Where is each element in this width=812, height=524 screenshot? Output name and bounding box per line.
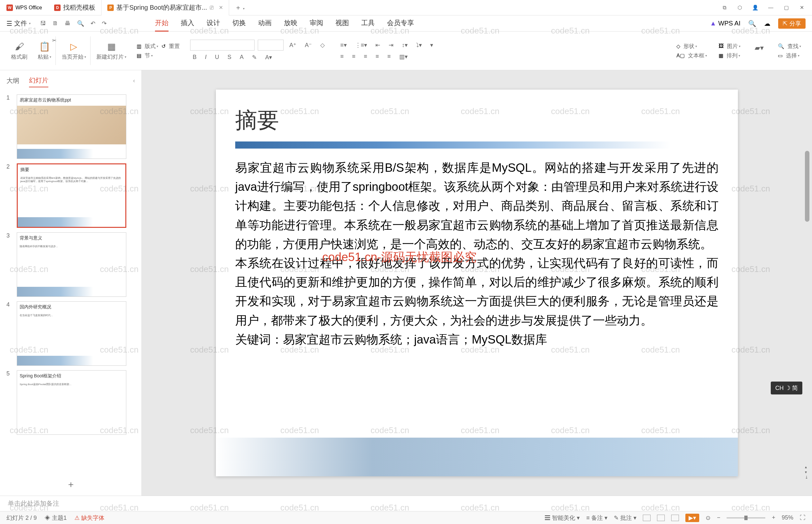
text-direction-icon[interactable]: ⤵▾: [413, 40, 424, 50]
normal-view-icon[interactable]: [643, 515, 650, 521]
paste-group[interactable]: 📋 粘贴 ▾ ✂: [33, 32, 56, 70]
search-icon[interactable]: 🔍: [748, 20, 756, 28]
slides-tab[interactable]: 幻灯片: [29, 74, 48, 87]
bullets-icon[interactable]: ≡▾: [338, 40, 349, 50]
new-icon[interactable]: 🗎: [52, 20, 58, 27]
close-icon[interactable]: ✕: [219, 4, 223, 11]
slide-thumb-5[interactable]: 5 Spring Boot框架介绍 Spring Boot是由Pivotal团队…: [6, 370, 135, 435]
close-window-icon[interactable]: ✕: [798, 4, 806, 12]
add-slide-button[interactable]: ＋: [0, 473, 142, 496]
slide-body[interactable]: 易家宜超市云购物系统采用B/S架构，数据库是MySQL。网站的搭建与开发采用了先…: [235, 158, 718, 349]
image-button[interactable]: 🖼 图片 ▾: [718, 43, 741, 50]
cloud-icon[interactable]: ☁: [764, 20, 770, 28]
slide-thumb-4[interactable]: 4 国内外研究概况 在当前这个飞速发展的时代...: [6, 301, 135, 366]
slide-thumb-3[interactable]: 3 背景与意义 随着网络科学的不断发展与进步...: [6, 232, 135, 297]
undo-icon[interactable]: ↶: [90, 20, 95, 27]
reset-icon[interactable]: ↺: [162, 43, 166, 49]
indent-inc-icon[interactable]: ⇥: [386, 40, 396, 50]
italic-button[interactable]: I: [202, 52, 209, 62]
indent-dec-icon[interactable]: ⇤: [373, 40, 383, 50]
scroll-up-icon[interactable]: ▴: [805, 465, 808, 469]
align-right-icon[interactable]: ≡: [361, 52, 370, 61]
bold-button[interactable]: B: [190, 52, 199, 62]
review-toggle[interactable]: ✎ 批注 ▾: [614, 514, 636, 522]
vertical-scrollbar[interactable]: ▴ ▾ ⤓: [805, 73, 809, 479]
font-effect-button[interactable]: A▾: [263, 52, 275, 62]
avatar-icon[interactable]: 👤: [751, 4, 759, 12]
font-color-button[interactable]: A: [237, 52, 246, 62]
slide-title[interactable]: 摘要: [235, 106, 718, 135]
notes-bar[interactable]: 单击此处添加备注: [0, 496, 812, 511]
wps-ai-button[interactable]: ▲ WPS AI: [710, 20, 741, 27]
play-button[interactable]: ▶▾: [685, 514, 699, 522]
redo-icon[interactable]: ↷: [102, 20, 107, 27]
slide-list[interactable]: 1 易家宜超市云购物系统ppt 2 摘要 易家宜超市云购物系统采用B/S架构，数…: [0, 91, 142, 473]
distribute-icon[interactable]: ≡: [385, 52, 394, 61]
slide-thumb-1[interactable]: 1 易家宜超市云购物系统ppt: [6, 95, 135, 159]
layout-button[interactable]: ▥ 版式 ▾ ↺ 重置: [137, 43, 180, 50]
increase-font-icon[interactable]: A⁺: [287, 40, 299, 50]
outline-tab[interactable]: 大纲: [6, 75, 19, 87]
slide-canvas[interactable]: 摘要 易家宜超市云购物系统采用B/S架构，数据库是MySQL。网站的搭建与开发采…: [216, 89, 738, 476]
select-button[interactable]: ▭ 选择 ▾: [778, 52, 801, 59]
strike-button[interactable]: S: [225, 52, 234, 62]
scroll-thumb[interactable]: [805, 151, 809, 222]
share-button[interactable]: ⇱ 分享: [778, 18, 806, 29]
tab-document[interactable]: P 基于Spring Boot的易家宜超市... ⎚ ✕: [101, 0, 229, 15]
canvas-wrapper[interactable]: 摘要 易家宜超市云购物系统采用B/S架构，数据库是MySQL。网站的搭建与开发采…: [142, 70, 812, 496]
save-icon[interactable]: 🖫: [40, 20, 46, 27]
shape-button[interactable]: ◇ 形状 ▾: [676, 43, 707, 50]
format-brush-group[interactable]: 🖌 格式刷: [6, 32, 32, 70]
fit-icon[interactable]: ⛶: [800, 514, 806, 521]
slide-counter[interactable]: 幻灯片 2 / 9: [6, 514, 37, 522]
add-tab-button[interactable]: ＋ ▾: [229, 3, 251, 12]
slideshow-group[interactable]: ▷ 当页开始 ▾: [57, 32, 90, 70]
tab-start[interactable]: 开始: [155, 15, 168, 32]
align-center-icon[interactable]: ≡: [350, 52, 358, 61]
scroll-down-icon[interactable]: ▾: [805, 470, 808, 474]
tab-slideshow[interactable]: 放映: [284, 15, 297, 32]
zoom-slider[interactable]: [727, 517, 765, 519]
preview-icon[interactable]: 🔍: [77, 20, 84, 27]
maximize-icon[interactable]: ▢: [782, 4, 790, 12]
minimize-icon[interactable]: —: [767, 4, 775, 12]
font-family-select[interactable]: [190, 39, 254, 51]
tab-insert[interactable]: 插入: [181, 15, 194, 32]
print-icon[interactable]: 🖶: [65, 20, 70, 27]
window-multi-icon[interactable]: ⧉: [720, 4, 728, 12]
notes-toggle[interactable]: ≡ 备注 ▾: [586, 514, 608, 522]
theme-button[interactable]: ◈ 主题1: [45, 514, 67, 522]
sorter-view-icon[interactable]: [657, 515, 665, 521]
scroll-end-icon[interactable]: ⤓: [805, 475, 808, 479]
file-menu[interactable]: ☰ 文件 ▾: [6, 19, 31, 28]
missing-font-warning[interactable]: ⚠ 缺失字体: [74, 514, 104, 522]
font-size-select[interactable]: [258, 39, 284, 51]
numbering-icon[interactable]: ⋮≡▾: [352, 40, 370, 50]
find-button[interactable]: 🔍 查找 ▾: [778, 43, 801, 50]
ime-indicator[interactable]: CH ☽ 简: [771, 381, 802, 394]
line-spacing-icon[interactable]: ↕▾: [399, 40, 410, 50]
tab-review[interactable]: 审阅: [310, 15, 323, 32]
clear-format-icon[interactable]: ◇: [318, 40, 327, 50]
new-slide-group[interactable]: ▦ 新建幻灯片 ▾: [92, 32, 131, 70]
arrange-button[interactable]: ▦ 排列 ▾: [718, 52, 741, 59]
zoom-minus[interactable]: −: [717, 514, 720, 521]
columns-icon[interactable]: ▥▾: [397, 52, 410, 62]
textbox-button[interactable]: A▢ 文本框 ▾: [676, 52, 707, 59]
zoom-plus[interactable]: +: [772, 514, 775, 521]
broadcast-icon[interactable]: ⎚: [210, 4, 214, 11]
align-justify-icon[interactable]: ≡: [373, 52, 382, 61]
reading-view-icon[interactable]: [671, 515, 679, 521]
decrease-font-icon[interactable]: A⁻: [302, 40, 314, 50]
highlight-button[interactable]: ✎: [249, 52, 260, 62]
smart-beautify-button[interactable]: ☰ 智能美化 ▾: [545, 514, 580, 522]
align-left-icon[interactable]: ≡: [338, 52, 346, 61]
collapse-icon[interactable]: ‹: [133, 77, 135, 84]
underline-button[interactable]: U: [212, 52, 222, 62]
tab-member[interactable]: 会员专享: [387, 15, 414, 32]
tab-design[interactable]: 设计: [206, 15, 220, 32]
tab-tools[interactable]: 工具: [361, 15, 375, 32]
app-logo[interactable]: W WPS Office: [0, 4, 48, 11]
slide-thumb-2[interactable]: 2 摘要 易家宜超市云购物系统采用B/S架构，数据库是MySQL。网站的搭建与开…: [6, 163, 135, 228]
zoom-level[interactable]: 95%: [782, 514, 793, 521]
